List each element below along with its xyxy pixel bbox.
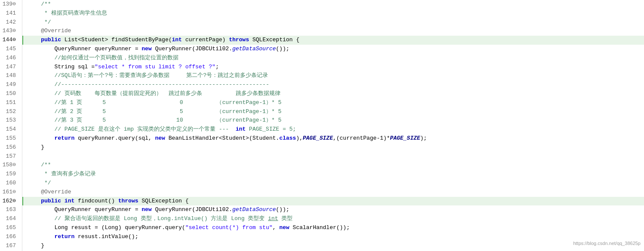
code-line-158: /** (28, 161, 644, 170)
line-number-167: 167 (2, 242, 18, 251)
line-number-159: 159 (2, 170, 18, 179)
line-number-155: 155 (2, 134, 18, 143)
code-line-157 (28, 152, 644, 161)
code-line-162: public int findcount() throws SQLExcepti… (22, 197, 644, 206)
line-number-149: 149 (2, 80, 18, 89)
line-number-156: 156 (2, 143, 18, 152)
line-number-166: 166 (2, 233, 18, 242)
code-line-153: //第 3 页 5 10 （currentPage-1）* 5 (28, 116, 644, 125)
line-number-154: 154 (2, 125, 18, 134)
code-line-142: */ (28, 18, 644, 27)
line-number-142: 142 (2, 18, 18, 27)
code-line-152: //第 2 页 5 5 （currentPage-1）* 5 (28, 107, 644, 116)
line-number-144: 144⊖ (2, 36, 18, 45)
line-number-163: 163 (2, 205, 18, 214)
code-line-160: */ (28, 179, 644, 188)
line-number-164: 164 (2, 214, 18, 223)
line-number-158: 158⊖ (2, 161, 18, 170)
code-line-149: //--------------------------------------… (28, 80, 644, 89)
code-line-146: //如何仅通过一个页码数值，找到指定位置的数据 (28, 54, 644, 63)
code-line-156: } (28, 143, 644, 152)
line-number-153: 153 (2, 116, 18, 125)
code-line-141: * 根据页码查询学生信息 (28, 9, 644, 18)
code-editor: 139⊖141142143⊖144⊖1451461471481491501511… (0, 0, 644, 251)
code-line-159: * 查询有多少条记录 (28, 170, 644, 179)
code-area: /** * 根据页码查询学生信息 */ @Override public Lis… (22, 0, 644, 251)
line-number-145: 145 (2, 45, 18, 54)
code-line-151: //第 1 页 5 0 （currentPage-1）* 5 (28, 98, 644, 107)
code-line-154: // PAGE_SIZE 是在这个 imp 实现类的父类中定义的一个常量 ---… (28, 125, 644, 134)
code-line-164: // 聚合语句返回的数据是 Long 类型，Long.intValue() 方法… (28, 214, 644, 223)
code-line-144: public List<Student> findStudentByPage(i… (22, 36, 644, 45)
code-line-167: } (28, 242, 644, 251)
line-number-147: 147 (2, 63, 18, 72)
code-line-143: @Override (28, 27, 644, 36)
line-number-143: 143⊖ (2, 27, 18, 36)
code-line-145: QueryRunner queryRunner = new QueryRunne… (28, 45, 644, 54)
code-line-139: /** (28, 0, 644, 9)
line-number-gutter: 139⊖141142143⊖144⊖1451461471481491501511… (0, 0, 22, 251)
code-line-163: QueryRunner queryRunner = new QueryRunne… (28, 205, 644, 214)
code-line-147: String sql ="select * from stu limit ? o… (28, 63, 644, 72)
code-line-148: //SQL语句：第一个?号：需要查询多少条数据 第二个?号：跳过之前多少条记录 (28, 71, 644, 80)
line-number-160: 160 (2, 179, 18, 188)
line-number-157: 157 (2, 152, 18, 161)
code-line-161: @Override (28, 188, 644, 197)
line-number-148: 148 (2, 71, 18, 80)
line-number-150: 150 (2, 89, 18, 98)
line-number-161: 161⊖ (2, 188, 18, 197)
line-number-139: 139⊖ (2, 0, 18, 9)
code-line-166: return resust.intValue(); (28, 233, 644, 242)
line-number-152: 152 (2, 107, 18, 116)
line-number-146: 146 (2, 54, 18, 63)
code-line-150: // 页码数 每页数量（提前固定死的） 跳过前多少条 跳多少条数据规律 (28, 89, 644, 98)
line-number-151: 151 (2, 98, 18, 107)
watermark: https://blog.csdn.net/qq_38625p (573, 240, 641, 248)
line-number-162: 162⊖ (2, 197, 18, 206)
code-line-155: return queryRunner.query(sql, new BeanLi… (28, 134, 644, 143)
code-line-165: Long resust = (Long) queryRunner.query("… (28, 223, 644, 233)
line-number-165: 165 (2, 223, 18, 233)
line-number-141: 141 (2, 9, 18, 18)
